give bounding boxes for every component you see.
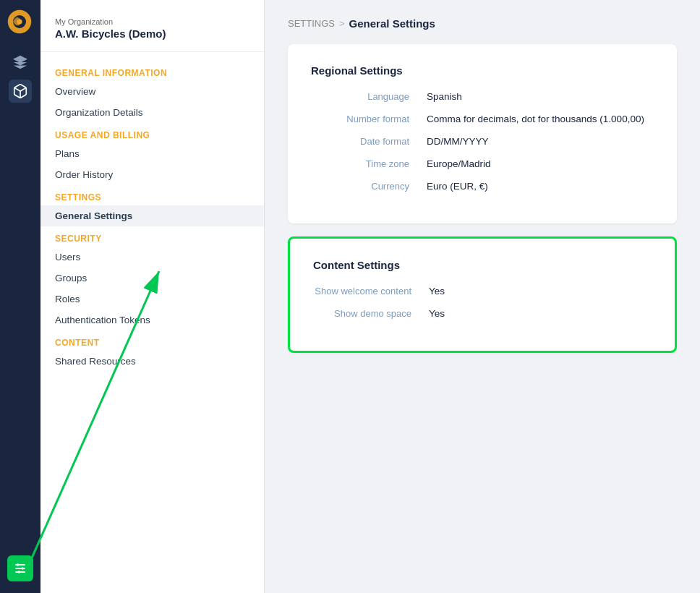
number-format-row: Number format Comma for decimals, dot fo… <box>311 114 654 124</box>
section-title-content: CONTENT <box>40 330 264 351</box>
section-title-security: SECURITY <box>40 226 264 247</box>
date-format-label: Date format <box>311 136 427 147</box>
app-logo <box>7 9 34 36</box>
number-format-value: Comma for decimals, dot for thousands (1… <box>427 114 644 124</box>
sidebar-section-content: CONTENT Shared Resources <box>40 330 264 372</box>
currency-value: Euro (EUR, €) <box>427 181 488 192</box>
org-name: A.W. Bicycles (Demo) <box>55 27 249 40</box>
svg-point-8 <box>17 563 19 566</box>
section-title-general-information: GENERAL INFORMATION <box>40 61 264 81</box>
sidebar-section-settings: SETTINGS General Settings <box>40 185 264 226</box>
svg-point-9 <box>22 567 24 569</box>
svg-point-10 <box>18 571 20 573</box>
sidebar-section-security: SECURITY Users Groups Roles Authenticati… <box>40 226 264 330</box>
settings-sliders-icon[interactable] <box>7 555 33 581</box>
show-demo-space-value: Yes <box>429 308 445 319</box>
sidebar-item-roles[interactable]: Roles <box>40 289 264 310</box>
show-demo-space-row: Show demo space Yes <box>313 308 652 319</box>
sidebar: My Organization A.W. Bicycles (Demo) GEN… <box>40 0 265 593</box>
sidebar-item-users[interactable]: Users <box>40 247 264 268</box>
timezone-row: Time zone Europe/Madrid <box>311 158 654 169</box>
timezone-value: Europe/Madrid <box>427 158 491 169</box>
sidebar-section-general-information: GENERAL INFORMATION Overview Organizatio… <box>40 61 264 123</box>
sidebar-item-shared-resources[interactable]: Shared Resources <box>40 351 264 372</box>
content-settings-title: Content Settings <box>313 259 652 271</box>
layers-icon[interactable] <box>9 51 32 74</box>
sidebar-item-authentication-tokens[interactable]: Authentication Tokens <box>40 310 264 330</box>
section-title-settings: SETTINGS <box>40 185 264 205</box>
currency-label: Currency <box>311 181 427 192</box>
sidebar-item-overview[interactable]: Overview <box>40 81 264 102</box>
regional-settings-title: Regional Settings <box>311 64 654 77</box>
sidebar-item-organization-details[interactable]: Organization Details <box>40 102 264 123</box>
currency-row: Currency Euro (EUR, €) <box>311 181 654 192</box>
sidebar-item-groups[interactable]: Groups <box>40 268 264 289</box>
main-content: SETTINGS > General Settings Regional Set… <box>265 0 700 593</box>
breadcrumb-current: General Settings <box>349 17 435 30</box>
svg-rect-3 <box>14 59 27 60</box>
sidebar-item-general-settings[interactable]: General Settings <box>40 205 264 226</box>
show-demo-space-label: Show demo space <box>313 308 429 319</box>
number-format-label: Number format <box>311 114 427 124</box>
sidebar-section-usage-billing: USAGE AND BILLING Plans Order History <box>40 123 264 185</box>
language-row: Language Spanish <box>311 91 654 102</box>
language-label: Language <box>311 91 427 102</box>
breadcrumb-link[interactable]: SETTINGS <box>288 18 335 29</box>
breadcrumb-separator: > <box>339 18 345 29</box>
icon-rail <box>0 0 40 593</box>
regional-settings-card: Regional Settings Language Spanish Numbe… <box>288 44 677 223</box>
show-welcome-content-row: Show welcome content Yes <box>313 286 652 296</box>
breadcrumb: SETTINGS > General Settings <box>288 17 677 30</box>
cube-icon[interactable] <box>9 80 32 103</box>
show-welcome-content-value: Yes <box>429 286 445 296</box>
section-title-usage-billing: USAGE AND BILLING <box>40 123 264 143</box>
date-format-value: DD/MM/YYYY <box>427 136 489 147</box>
content-settings-card: Content Settings Show welcome content Ye… <box>288 236 677 353</box>
org-label: My Organization <box>55 17 249 26</box>
sidebar-item-plans[interactable]: Plans <box>40 143 264 164</box>
language-value: Spanish <box>427 91 462 102</box>
svg-point-2 <box>17 19 22 24</box>
timezone-label: Time zone <box>311 158 427 169</box>
sidebar-item-order-history[interactable]: Order History <box>40 164 264 185</box>
show-welcome-content-label: Show welcome content <box>313 286 429 296</box>
org-header: My Organization A.W. Bicycles (Demo) <box>40 12 264 52</box>
date-format-row: Date format DD/MM/YYYY <box>311 136 654 147</box>
